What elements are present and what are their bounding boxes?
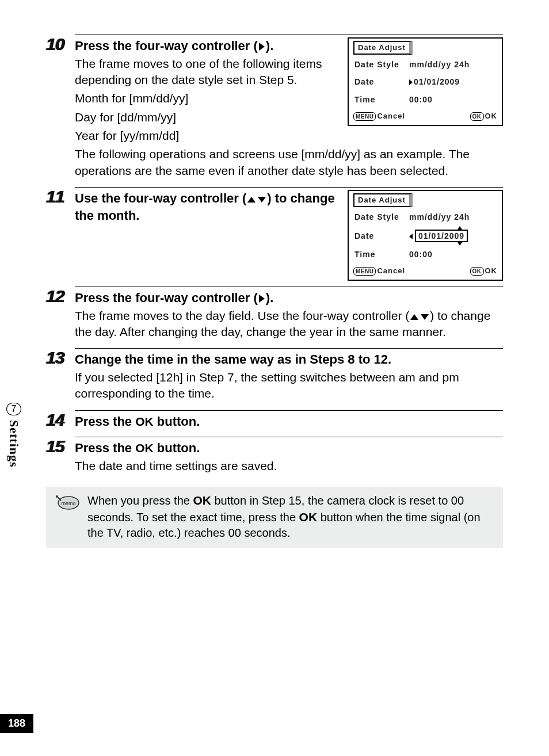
step-14: 14 Press the OK button. — [46, 410, 503, 432]
lcd-cancel: MENUCancel — [353, 111, 405, 121]
cursor-right-icon — [409, 77, 414, 87]
step-15: 15 Press the OK button. The date and tim… — [46, 437, 503, 476]
lcd-date-style-label: Date Style — [354, 212, 409, 223]
step-text: The date and time settings are saved. — [75, 458, 503, 474]
step-title: Use the four-way controller () to change… — [75, 190, 341, 224]
down-arrow-icon — [421, 314, 429, 320]
ok-label: OK — [299, 510, 318, 524]
step-number: 10 — [46, 35, 75, 181]
ok-button-icon: OK — [470, 112, 484, 121]
down-arrow-icon — [258, 197, 266, 203]
up-arrow-icon — [247, 197, 256, 203]
lcd-date-style-value: mm/dd/yy 24h — [409, 59, 496, 70]
lcd-ok: OKOK — [470, 266, 498, 276]
ok-button-icon: OK — [470, 267, 484, 276]
right-arrow-icon — [259, 295, 265, 303]
lcd-date-style-label: Date Style — [354, 59, 409, 70]
menu-button-icon: MENU — [353, 267, 376, 276]
page-number: 188 — [0, 714, 33, 733]
svg-text:memo: memo — [61, 501, 75, 506]
lcd-time-value: 00:00 — [409, 94, 496, 105]
lcd-ok: OKOK — [470, 111, 498, 121]
step-title: Press the four-way controller (). — [75, 289, 503, 307]
step-title: Change the time in the same way as in St… — [75, 351, 503, 368]
up-arrow-icon — [410, 314, 418, 320]
ok-label: OK — [193, 494, 211, 507]
lcd-cancel: MENUCancel — [353, 266, 405, 276]
down-caret-icon — [458, 242, 462, 246]
lcd-title: Date Adjust — [353, 193, 413, 207]
step-10: 10 Date Adjust Date Style mm/dd/yy 24h D… — [46, 35, 503, 181]
up-caret-icon — [458, 226, 462, 230]
step-number: 14 — [46, 410, 75, 432]
lcd-date-label: Date — [354, 77, 409, 87]
cursor-left-icon — [409, 231, 414, 242]
step-number: 15 — [46, 437, 75, 476]
right-arrow-icon — [259, 43, 265, 51]
lcd-screen-step11: Date Adjust Date Style mm/dd/yy 24h Date — [348, 190, 503, 281]
lcd-date-style-value: mm/dd/yy 24h — [409, 212, 496, 223]
step-number: 12 — [46, 287, 75, 342]
step-text: If you selected [12h] in Step 7, the set… — [75, 369, 503, 402]
step-11: 11 Use the four-way controller () to cha… — [46, 187, 503, 281]
memo-icon: memo — [54, 492, 81, 541]
step-text: The following operations and screens use… — [75, 146, 503, 179]
lcd-screen-step10: Date Adjust Date Style mm/dd/yy 24h Date… — [348, 37, 503, 126]
ok-label: OK — [135, 415, 154, 428]
step-12: 12 Press the four-way controller (). The… — [46, 287, 503, 342]
step-text: The frame moves to the day field. Use th… — [75, 308, 503, 341]
lcd-time-value: 00:00 — [409, 249, 496, 260]
memo-note: memo When you press the OK button in Ste… — [46, 487, 503, 548]
step-13: 13 Change the time in the same way as in… — [46, 348, 503, 404]
lcd-time-label: Time — [354, 94, 409, 105]
lcd-time-label: Time — [354, 249, 409, 260]
svg-point-1 — [56, 495, 58, 498]
lcd-date-value: 01/01/2009 — [409, 230, 496, 243]
lcd-title: Date Adjust — [353, 41, 413, 55]
lcd-date-label: Date — [354, 231, 409, 242]
step-title: Press the OK button. — [75, 440, 503, 457]
step-number: 11 — [46, 187, 75, 281]
step-title: Press the OK button. — [75, 413, 503, 430]
ok-label: OK — [135, 441, 154, 455]
memo-text: When you press the OK button in Step 15,… — [87, 492, 495, 541]
lcd-date-value: 01/01/2009 — [409, 77, 496, 87]
menu-button-icon: MENU — [353, 112, 376, 121]
step-number: 13 — [46, 348, 75, 404]
step-list-item: Year for [yy/mm/dd] — [75, 128, 503, 144]
